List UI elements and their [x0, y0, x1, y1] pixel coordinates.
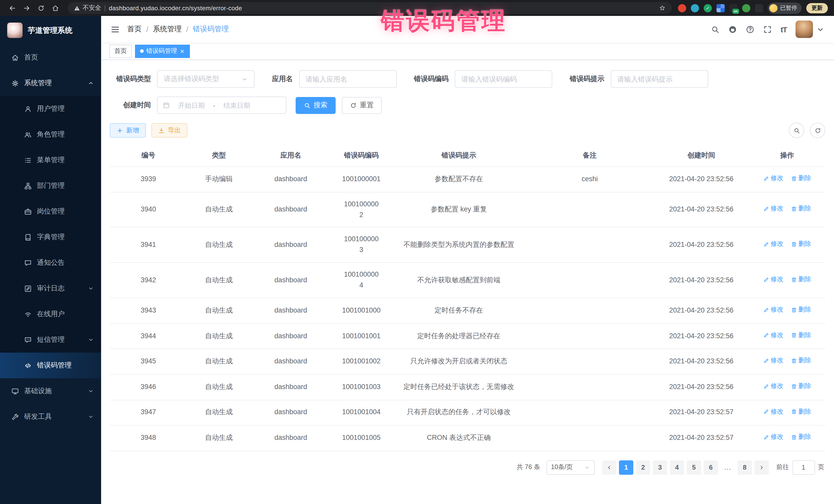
edit-link[interactable]: 修改	[763, 174, 784, 183]
delete-link[interactable]: 删除	[791, 330, 811, 341]
app-title: 芋道管理系统	[28, 25, 72, 35]
delete-link[interactable]: 删除	[791, 305, 811, 315]
sidebar-item-role-mgmt[interactable]: 角色管理	[0, 122, 101, 147]
error-message-input[interactable]	[611, 70, 708, 88]
sidebar-item-user-mgmt[interactable]: 用户管理	[0, 96, 101, 122]
sidebar-item-infra[interactable]: 基础设施	[0, 378, 101, 404]
export-button[interactable]: 导出	[151, 123, 187, 137]
filter-label-app: 应用名	[272, 74, 299, 84]
edit-link[interactable]: 修改	[763, 204, 784, 214]
pagination-ellipsis[interactable]: ...	[721, 464, 735, 472]
search-icon[interactable]	[711, 25, 720, 34]
page-4[interactable]: 4	[670, 460, 684, 475]
edit-link[interactable]: 修改	[763, 407, 784, 417]
sidebar-item-sms-mgmt[interactable]: 短信管理	[0, 327, 101, 353]
blue-grid-extension-icon[interactable]	[717, 4, 725, 12]
cell-remark	[526, 192, 654, 227]
sidebar-item-dev-tools[interactable]: 研发工具	[0, 404, 101, 430]
delete-link-label: 删除	[798, 432, 811, 442]
close-icon[interactable]	[180, 48, 185, 53]
delete-link[interactable]: 删除	[791, 407, 811, 417]
home-button[interactable]	[49, 2, 62, 14]
fullscreen-icon[interactable]	[763, 25, 772, 34]
app-logo[interactable]: 芋道管理系统	[0, 16, 101, 45]
github-icon[interactable]	[728, 25, 737, 34]
edit-link[interactable]: 修改	[763, 305, 784, 315]
user-menu[interactable]	[795, 21, 825, 38]
sidebar-item-menu-mgmt[interactable]: 菜单管理	[0, 147, 101, 173]
cell-app: dashboard	[251, 227, 331, 263]
delete-link-label: 删除	[798, 275, 811, 285]
refresh-icon	[350, 102, 357, 109]
bookmark-star-icon[interactable]	[659, 5, 666, 11]
edit-link[interactable]: 修改	[763, 239, 784, 249]
sidebar-item-notice[interactable]: 通知公告	[0, 250, 101, 276]
app-name-input[interactable]	[299, 70, 396, 88]
browser-profile-chip[interactable]: 已暂停	[768, 2, 802, 14]
sidebar-item-error-code-mgmt[interactable]: 错误码管理	[0, 353, 101, 378]
edit-link[interactable]: 修改	[763, 275, 784, 285]
toggle-search-button[interactable]	[789, 123, 804, 138]
trash-icon	[791, 434, 797, 440]
edit-link[interactable]: 修改	[763, 381, 784, 391]
prev-page-button[interactable]	[602, 460, 616, 475]
delete-link[interactable]: 删除	[791, 432, 811, 442]
sidebar-item-audit-log[interactable]: 审计日志	[0, 276, 101, 301]
table-row: 3940自动生成dashboard1001000002参数配置 key 重复20…	[110, 192, 825, 227]
tab-home[interactable]: 首页	[109, 44, 132, 58]
sidebar-item-system-mgmt[interactable]: 系统管理	[0, 70, 101, 96]
delete-link[interactable]: 删除	[791, 356, 811, 366]
error-code-input[interactable]	[455, 70, 552, 88]
page-3[interactable]: 3	[653, 460, 667, 475]
breadcrumb-item[interactable]: 首页	[127, 25, 142, 34]
sidebar-item-label: 部门管理	[37, 181, 94, 191]
green-check-extension-icon[interactable]: ✓	[704, 4, 712, 12]
page-8[interactable]: 8	[738, 460, 752, 475]
reset-button[interactable]: 重置	[342, 97, 382, 114]
help-icon[interactable]	[746, 25, 754, 34]
edit-link[interactable]: 修改	[763, 330, 784, 341]
page-1[interactable]: 1	[619, 460, 633, 475]
teal-circle-extension-icon[interactable]	[691, 4, 699, 12]
address-bar[interactable]: 不安全 dashboard.yudao.iocoder.cn/system/er…	[68, 2, 672, 14]
red-circle-extension-icon[interactable]	[678, 4, 686, 12]
breadcrumb-item[interactable]: 系统管理	[153, 25, 182, 34]
forward-button[interactable]	[21, 2, 33, 14]
edit-link[interactable]: 修改	[763, 432, 784, 442]
tab-error-code[interactable]: 错误码管理	[135, 44, 190, 58]
page-5[interactable]: 5	[687, 460, 701, 475]
date-range-picker[interactable]: -	[157, 96, 286, 114]
refresh-table-button[interactable]	[810, 123, 825, 138]
delete-link[interactable]: 删除	[791, 381, 811, 391]
delete-link[interactable]: 删除	[791, 204, 811, 214]
sidebar-item-dept-mgmt[interactable]: 部门管理	[0, 173, 101, 199]
delete-link[interactable]: 删除	[791, 174, 811, 183]
font-size-icon[interactable]: tT	[781, 25, 787, 34]
dark-on-extension-icon[interactable]: on	[729, 4, 738, 12]
chrome-update-button[interactable]: 更新	[806, 3, 828, 13]
page-2[interactable]: 2	[636, 460, 650, 475]
sidebar-item-dict-mgmt[interactable]: 字典管理	[0, 224, 101, 250]
page-6[interactable]: 6	[704, 460, 718, 475]
goto-page-input[interactable]	[792, 460, 815, 475]
sidebar-collapse-button[interactable]	[110, 24, 120, 34]
reload-button[interactable]	[35, 2, 47, 14]
end-date-input[interactable]	[218, 101, 255, 109]
add-button[interactable]: 新增	[110, 123, 146, 137]
edit-link[interactable]: 修改	[763, 356, 784, 366]
green-leaf-extension-icon[interactable]	[742, 4, 750, 12]
sidebar-item-online-user[interactable]: 在线用户	[0, 301, 101, 327]
puzzle-extension-icon[interactable]	[755, 4, 763, 12]
column-header: 错误码编码	[331, 145, 392, 167]
next-page-button[interactable]	[754, 460, 769, 475]
error-type-select[interactable]: 请选择错误码类型	[157, 70, 255, 88]
sidebar-item-home[interactable]: 首页	[0, 45, 101, 70]
page-size-select[interactable]: 10条/页	[546, 460, 595, 475]
search-button[interactable]: 搜索	[295, 97, 336, 114]
security-chip[interactable]: 不安全	[74, 4, 101, 12]
back-button[interactable]	[6, 2, 19, 14]
delete-link[interactable]: 删除	[791, 275, 811, 285]
delete-link[interactable]: 删除	[791, 239, 811, 249]
sidebar-item-post-mgmt[interactable]: 岗位管理	[0, 199, 101, 224]
start-date-input[interactable]	[173, 101, 210, 109]
